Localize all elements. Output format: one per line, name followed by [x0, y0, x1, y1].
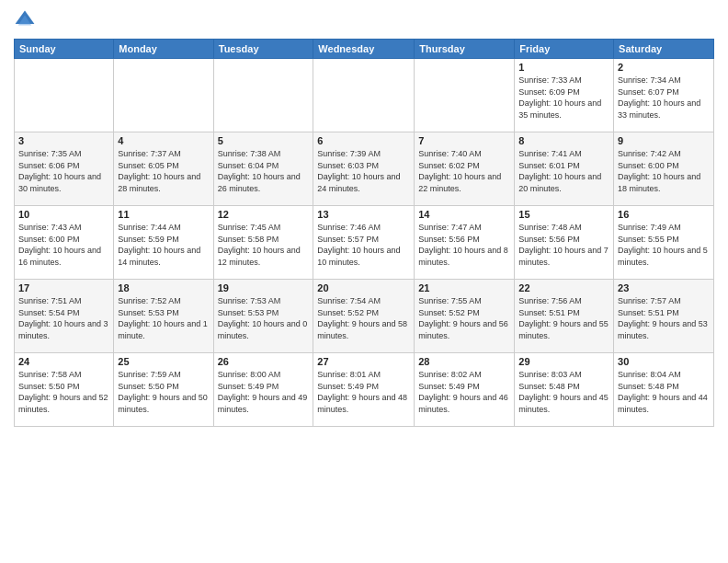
day-info: Sunrise: 7:44 AMSunset: 5:59 PMDaylight:…	[118, 222, 209, 268]
day-number: 23	[618, 282, 710, 293]
calendar-header-row: SundayMondayTuesdayWednesdayThursdayFrid…	[15, 40, 714, 59]
day-info: Sunrise: 7:40 AMSunset: 6:02 PMDaylight:…	[418, 148, 510, 194]
calendar-weekday-saturday: Saturday	[614, 40, 714, 59]
day-number: 9	[618, 135, 710, 146]
day-info: Sunrise: 8:02 AMSunset: 5:49 PMDaylight:…	[418, 369, 510, 415]
calendar-weekday-monday: Monday	[114, 40, 213, 59]
calendar-weekday-wednesday: Wednesday	[313, 40, 415, 59]
day-info: Sunrise: 7:56 AMSunset: 5:51 PMDaylight:…	[518, 295, 609, 341]
calendar-cell: 1Sunrise: 7:33 AMSunset: 6:09 PMDaylight…	[515, 59, 614, 132]
day-info: Sunrise: 7:52 AMSunset: 5:53 PMDaylight:…	[118, 295, 209, 341]
day-info: Sunrise: 7:46 AMSunset: 5:57 PMDaylight:…	[317, 222, 410, 268]
calendar-weekday-thursday: Thursday	[415, 40, 515, 59]
calendar-cell: 16Sunrise: 7:49 AMSunset: 5:55 PMDayligh…	[614, 206, 714, 280]
day-info: Sunrise: 7:57 AMSunset: 5:51 PMDaylight:…	[618, 295, 710, 341]
day-info: Sunrise: 7:42 AMSunset: 6:00 PMDaylight:…	[618, 148, 710, 194]
day-number: 30	[618, 356, 710, 367]
day-number: 6	[317, 135, 410, 146]
calendar-cell: 25Sunrise: 7:59 AMSunset: 5:50 PMDayligh…	[114, 353, 213, 427]
calendar-cell: 13Sunrise: 7:46 AMSunset: 5:57 PMDayligh…	[313, 206, 415, 280]
day-info: Sunrise: 7:45 AMSunset: 5:58 PMDaylight:…	[218, 222, 310, 268]
day-number: 15	[518, 209, 609, 220]
calendar-cell: 14Sunrise: 7:47 AMSunset: 5:56 PMDayligh…	[415, 206, 515, 280]
day-info: Sunrise: 7:58 AMSunset: 5:50 PMDaylight:…	[18, 369, 109, 415]
calendar-cell: 9Sunrise: 7:42 AMSunset: 6:00 PMDaylight…	[614, 132, 714, 206]
header	[14, 9, 714, 31]
calendar-weekday-tuesday: Tuesday	[213, 40, 313, 59]
calendar-cell	[15, 59, 114, 132]
calendar-cell: 2Sunrise: 7:34 AMSunset: 6:07 PMDaylight…	[614, 59, 714, 132]
calendar-table: SundayMondayTuesdayWednesdayThursdayFrid…	[14, 39, 714, 427]
day-info: Sunrise: 7:41 AMSunset: 6:01 PMDaylight:…	[518, 148, 609, 194]
day-number: 26	[218, 356, 310, 367]
calendar-cell: 26Sunrise: 8:00 AMSunset: 5:49 PMDayligh…	[213, 353, 313, 427]
calendar-cell: 27Sunrise: 8:01 AMSunset: 5:49 PMDayligh…	[313, 353, 415, 427]
day-info: Sunrise: 7:55 AMSunset: 5:52 PMDaylight:…	[418, 295, 510, 341]
calendar-cell	[313, 59, 415, 132]
day-info: Sunrise: 8:01 AMSunset: 5:49 PMDaylight:…	[317, 369, 410, 415]
calendar-cell: 17Sunrise: 7:51 AMSunset: 5:54 PMDayligh…	[15, 280, 114, 353]
calendar-cell: 10Sunrise: 7:43 AMSunset: 6:00 PMDayligh…	[15, 206, 114, 280]
calendar-cell: 18Sunrise: 7:52 AMSunset: 5:53 PMDayligh…	[114, 280, 213, 353]
day-number: 5	[218, 135, 310, 146]
calendar-cell: 12Sunrise: 7:45 AMSunset: 5:58 PMDayligh…	[213, 206, 313, 280]
calendar-week-row: 1Sunrise: 7:33 AMSunset: 6:09 PMDaylight…	[15, 59, 714, 132]
day-number: 11	[118, 209, 209, 220]
day-info: Sunrise: 7:35 AMSunset: 6:06 PMDaylight:…	[18, 148, 109, 194]
day-number: 21	[418, 282, 510, 293]
day-number: 18	[118, 282, 209, 293]
day-info: Sunrise: 7:47 AMSunset: 5:56 PMDaylight:…	[418, 222, 510, 268]
day-number: 10	[18, 209, 109, 220]
calendar-cell: 15Sunrise: 7:48 AMSunset: 5:56 PMDayligh…	[515, 206, 614, 280]
day-info: Sunrise: 7:37 AMSunset: 6:05 PMDaylight:…	[118, 148, 209, 194]
calendar-week-row: 3Sunrise: 7:35 AMSunset: 6:06 PMDaylight…	[15, 132, 714, 206]
calendar-cell: 22Sunrise: 7:56 AMSunset: 5:51 PMDayligh…	[515, 280, 614, 353]
calendar-cell: 19Sunrise: 7:53 AMSunset: 5:53 PMDayligh…	[213, 280, 313, 353]
day-number: 4	[118, 135, 209, 146]
day-info: Sunrise: 7:34 AMSunset: 6:07 PMDaylight:…	[618, 75, 710, 121]
calendar-cell: 11Sunrise: 7:44 AMSunset: 5:59 PMDayligh…	[114, 206, 213, 280]
calendar-cell: 4Sunrise: 7:37 AMSunset: 6:05 PMDaylight…	[114, 132, 213, 206]
calendar-cell: 7Sunrise: 7:40 AMSunset: 6:02 PMDaylight…	[415, 132, 515, 206]
day-info: Sunrise: 7:49 AMSunset: 5:55 PMDaylight:…	[618, 222, 710, 268]
calendar-cell: 30Sunrise: 8:04 AMSunset: 5:48 PMDayligh…	[614, 353, 714, 427]
calendar-cell: 5Sunrise: 7:38 AMSunset: 6:04 PMDaylight…	[213, 132, 313, 206]
day-info: Sunrise: 7:43 AMSunset: 6:00 PMDaylight:…	[18, 222, 109, 268]
calendar-cell	[415, 59, 515, 132]
calendar-cell: 28Sunrise: 8:02 AMSunset: 5:49 PMDayligh…	[415, 353, 515, 427]
day-number: 3	[18, 135, 109, 146]
calendar-cell: 6Sunrise: 7:39 AMSunset: 6:03 PMDaylight…	[313, 132, 415, 206]
day-info: Sunrise: 7:54 AMSunset: 5:52 PMDaylight:…	[317, 295, 410, 341]
day-number: 14	[418, 209, 510, 220]
day-number: 24	[18, 356, 109, 367]
day-number: 16	[618, 209, 710, 220]
calendar-cell: 29Sunrise: 8:03 AMSunset: 5:48 PMDayligh…	[515, 353, 614, 427]
day-number: 12	[218, 209, 310, 220]
day-number: 1	[518, 62, 609, 73]
calendar-cell	[213, 59, 313, 132]
calendar-weekday-friday: Friday	[515, 40, 614, 59]
day-number: 7	[418, 135, 510, 146]
day-number: 19	[218, 282, 310, 293]
day-number: 29	[518, 356, 609, 367]
day-info: Sunrise: 7:48 AMSunset: 5:56 PMDaylight:…	[518, 222, 609, 268]
calendar-cell: 8Sunrise: 7:41 AMSunset: 6:01 PMDaylight…	[515, 132, 614, 206]
day-info: Sunrise: 7:33 AMSunset: 6:09 PMDaylight:…	[518, 75, 609, 121]
calendar-weekday-sunday: Sunday	[15, 40, 114, 59]
day-number: 27	[317, 356, 410, 367]
day-info: Sunrise: 8:04 AMSunset: 5:48 PMDaylight:…	[618, 369, 710, 415]
day-number: 20	[317, 282, 410, 293]
day-info: Sunrise: 7:51 AMSunset: 5:54 PMDaylight:…	[18, 295, 109, 341]
day-info: Sunrise: 7:39 AMSunset: 6:03 PMDaylight:…	[317, 148, 410, 194]
day-info: Sunrise: 7:59 AMSunset: 5:50 PMDaylight:…	[118, 369, 209, 415]
day-number: 25	[118, 356, 209, 367]
calendar-week-row: 24Sunrise: 7:58 AMSunset: 5:50 PMDayligh…	[15, 353, 714, 427]
calendar-cell: 24Sunrise: 7:58 AMSunset: 5:50 PMDayligh…	[15, 353, 114, 427]
page: SundayMondayTuesdayWednesdayThursdayFrid…	[0, 0, 728, 563]
calendar-cell: 21Sunrise: 7:55 AMSunset: 5:52 PMDayligh…	[415, 280, 515, 353]
calendar-cell: 23Sunrise: 7:57 AMSunset: 5:51 PMDayligh…	[614, 280, 714, 353]
day-info: Sunrise: 7:53 AMSunset: 5:53 PMDaylight:…	[218, 295, 310, 341]
day-number: 17	[18, 282, 109, 293]
calendar-week-row: 10Sunrise: 7:43 AMSunset: 6:00 PMDayligh…	[15, 206, 714, 280]
day-number: 2	[618, 62, 710, 73]
